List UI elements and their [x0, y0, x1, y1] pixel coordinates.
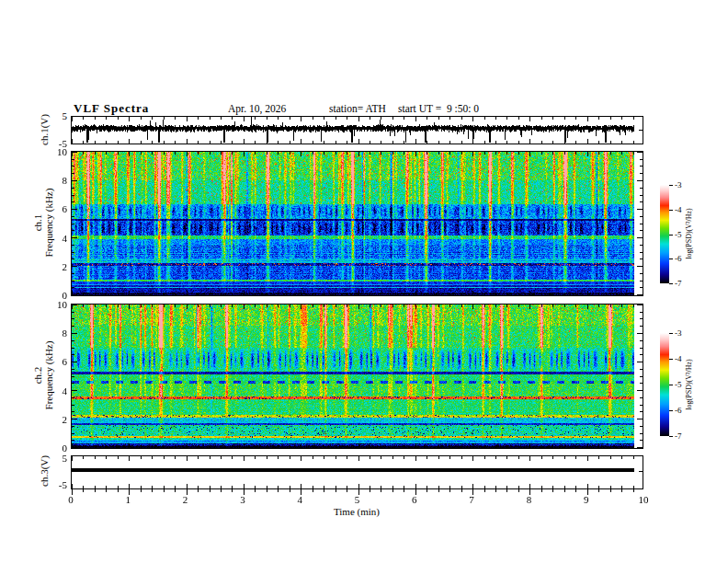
vlf-spectra-plot: VLF Spectra Apr. 10, 2026 station= ATH s…	[0, 0, 728, 563]
x-tick-label: 9	[574, 494, 598, 505]
x-tick-label: 1	[116, 494, 140, 505]
colorbar-tick-label: -5	[675, 380, 682, 389]
axis-label-line: Frequency (kHz)	[43, 341, 54, 410]
x-tick-label: 2	[174, 494, 198, 505]
s1-ytick-label: 6	[47, 203, 67, 214]
panel-ch1-spectrogram	[71, 151, 643, 296]
ch1-spectrogram-canvas	[72, 152, 643, 295]
colorbar-tick	[669, 385, 673, 385]
axis-label-line: ch.2	[32, 341, 43, 410]
colorbar-tick-label: -6	[675, 406, 682, 415]
colorbar-tick-label: -3	[675, 328, 682, 338]
colorbar-tick-label: -3	[675, 180, 682, 190]
colorbar-tick	[669, 283, 673, 284]
x-tick-label: 6	[403, 494, 427, 505]
colorbar-tick-label: -7	[675, 279, 682, 288]
ch1-waveform-canvas	[72, 117, 643, 144]
ch1-wave-ytick-label: 5	[47, 110, 67, 121]
colorbar-tick	[669, 333, 673, 334]
s2-ytick-label: 10	[47, 299, 67, 310]
colorbar-tick-label: -4	[675, 354, 682, 363]
ch2-frequency-axis-label: ch.2 Frequency (kHz)	[32, 341, 54, 410]
colorbar-tick	[669, 235, 673, 236]
x-tick-label: 0	[59, 494, 83, 505]
page-title: VLF Spectra	[74, 101, 149, 116]
ch3-wave-ytick-label: -5	[47, 479, 67, 490]
time-axis-label: Time (min)	[315, 506, 398, 517]
colorbar-tick-label: -5	[675, 230, 682, 239]
x-tick-label: 3	[231, 494, 255, 505]
s1-ytick-label: 2	[47, 261, 67, 272]
ch2-spectrogram-canvas	[72, 304, 643, 448]
colorbar-tick	[669, 436, 673, 437]
axis-label-line: ch.1	[32, 189, 43, 258]
s2-ytick-label: 2	[47, 414, 67, 425]
s1-ytick-label: 10	[47, 146, 67, 157]
x-tick-label: 10	[631, 494, 655, 505]
colorbar-tick	[669, 210, 673, 211]
colorbar-ch2	[660, 333, 669, 436]
colorbar-ch1-label: log(PSD)(V²/Hz)	[685, 208, 693, 259]
colorbar-tick	[669, 410, 673, 411]
ch3-waveform-canvas	[72, 456, 643, 488]
colorbar-tick-label: -4	[675, 205, 682, 214]
panel-ch1-waveform	[71, 116, 643, 144]
x-tick-label: 7	[460, 494, 483, 505]
header-start-ut: start UT = 9 :50: 0	[398, 103, 479, 114]
s1-ytick-label: 4	[47, 233, 67, 244]
x-tick-label: 8	[517, 494, 540, 505]
x-tick-label: 4	[288, 494, 312, 505]
axis-label-line: Frequency (kHz)	[43, 189, 54, 258]
header-date: Apr. 10, 2026	[228, 103, 286, 114]
colorbar-ch2-label: log(PSD)(V²/Hz)	[685, 359, 693, 409]
colorbar-tick	[669, 185, 673, 186]
colorbar-tick	[669, 259, 673, 259]
x-tick-label: 5	[346, 494, 370, 505]
colorbar-tick-label: -7	[675, 431, 682, 441]
ch3-wave-ytick-label: 5	[47, 453, 67, 464]
s2-ytick-label: 8	[47, 327, 67, 339]
colorbar-tick-label: -6	[675, 254, 682, 263]
header-station: station= ATH	[329, 103, 386, 114]
ch1-frequency-axis-label: ch.1 Frequency (kHz)	[32, 189, 54, 258]
panel-ch3-waveform	[71, 455, 643, 489]
colorbar-ch1	[660, 185, 669, 283]
panel-ch2-spectrogram	[71, 304, 643, 449]
colorbar-tick	[669, 359, 673, 360]
s2-ytick-label: 4	[47, 385, 67, 396]
s1-ytick-label: 8	[47, 175, 67, 186]
s2-ytick-label: 6	[47, 356, 67, 367]
